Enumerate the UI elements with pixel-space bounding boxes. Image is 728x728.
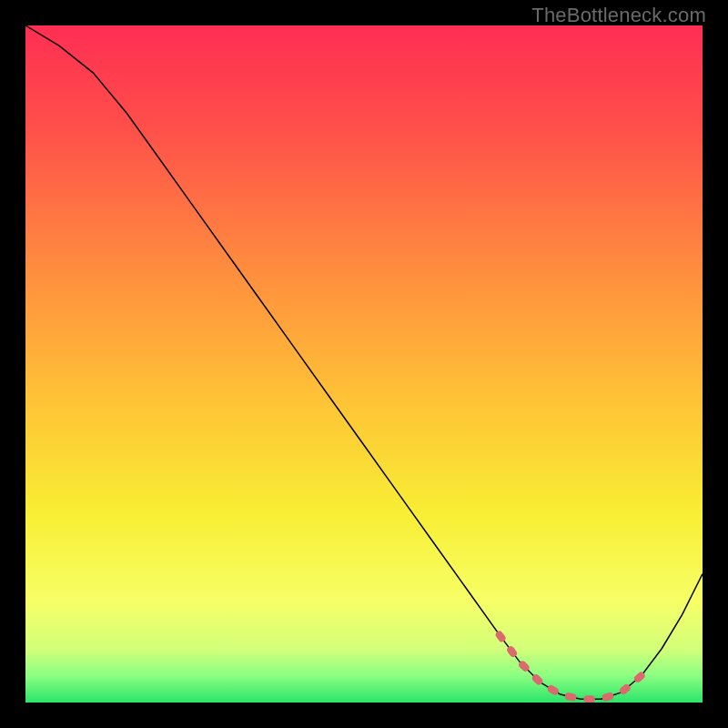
attribution-text: TheBottleneck.com [531, 4, 706, 27]
gradient-background [25, 25, 703, 703]
chart-plot [25, 25, 703, 703]
chart-frame: TheBottleneck.com [0, 0, 728, 728]
